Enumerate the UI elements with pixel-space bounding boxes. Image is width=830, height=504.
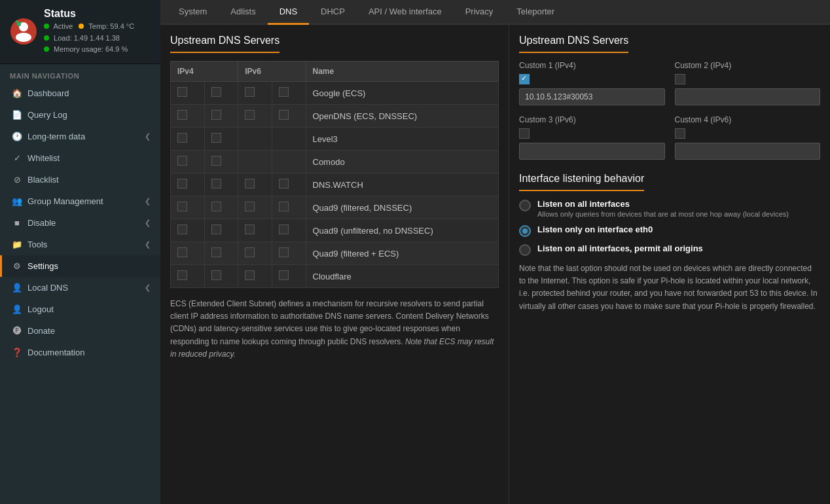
opendns-ipv4-2-checkbox[interactable]: [211, 110, 221, 120]
tab-dhcp[interactable]: DHCP: [309, 0, 357, 25]
sidebar-item-settings[interactable]: ⚙ Settings: [0, 255, 160, 277]
documentation-icon: ❓: [12, 348, 22, 357]
google-ipv6-1-checkbox[interactable]: [245, 87, 255, 97]
sidebar-item-tools[interactable]: 📁 Tools ❮: [0, 234, 160, 255]
google-server-name: Google (ECS): [306, 82, 499, 105]
quad9u-ipv6-1-checkbox[interactable]: [245, 225, 255, 234]
sidebar-item-label: Settings: [27, 261, 58, 271]
comodo-ipv4-2-checkbox[interactable]: [211, 156, 221, 166]
cloudflare-ipv6-1-checkbox[interactable]: [245, 270, 255, 280]
comodo-ipv4-1-checkbox[interactable]: [177, 156, 187, 166]
settings-icon: ⚙: [12, 261, 22, 271]
interface-note: Note that the last option should not be …: [519, 262, 820, 313]
quad9f-ipv4-2-checkbox[interactable]: [211, 202, 221, 211]
quad9u-ipv4-2-checkbox[interactable]: [211, 225, 221, 234]
custom4-checkbox[interactable]: [675, 128, 685, 139]
custom-dns-grid: Custom 1 (IPv4) Custom 2 (IPv4): [519, 61, 820, 160]
opendns-ipv4-1-checkbox[interactable]: [177, 110, 187, 120]
dnswatch-ipv4-1-checkbox[interactable]: [177, 179, 187, 189]
cloudflare-ipv6-2-checkbox[interactable]: [279, 270, 289, 280]
sidebar-item-group-management[interactable]: 👥 Group Management ❮: [0, 190, 160, 212]
tab-dns[interactable]: DNS: [268, 0, 309, 25]
sidebar-item-logout[interactable]: 👤 Logout: [0, 298, 160, 320]
main-content: System Adlists DNS DHCP API / Web interf…: [160, 0, 830, 504]
sidebar-item-query-log[interactable]: 📄 Query Log: [0, 104, 160, 126]
sidebar-item-label: Tools: [27, 240, 47, 249]
opendns-server-name: OpenDNS (ECS, DNSSEC): [306, 105, 499, 128]
opendns-ipv6-1-checkbox[interactable]: [245, 110, 255, 120]
quad9e-ipv4-2-checkbox[interactable]: [211, 247, 221, 257]
right-panel: Upstream DNS Servers Custom 1 (IPv4) Cus…: [509, 25, 830, 504]
sidebar-item-dashboard[interactable]: 🏠 Dashboard: [0, 82, 160, 104]
opendns-ipv6-2-checkbox[interactable]: [279, 110, 289, 120]
custom1-input[interactable]: [519, 88, 665, 105]
ecs-note: ECS (Extended Client Subnet) defines a m…: [170, 298, 499, 361]
dnswatch-ipv4-2-checkbox[interactable]: [211, 179, 221, 189]
disable-icon: ■: [12, 218, 22, 228]
table-row: DNS.WATCH: [171, 173, 499, 196]
radio-permit-all-label: Listen on all interfaces, permit all ori…: [537, 243, 703, 253]
group-icon: 👥: [12, 196, 22, 206]
chevron-right-icon: ❮: [145, 132, 151, 141]
dnswatch-ipv6-1-checkbox[interactable]: [245, 179, 255, 189]
sidebar-item-blacklist[interactable]: ⊘ Blacklist: [0, 169, 160, 190]
sidebar-item-long-term-data[interactable]: 🕐 Long-term data ❮: [0, 126, 160, 147]
level3-ipv4-2-checkbox[interactable]: [211, 133, 221, 143]
custom4-input[interactable]: [675, 143, 821, 160]
tab-teleporter[interactable]: Teleporter: [505, 0, 566, 25]
interface-option-all: Listen on all interfaces Allows only que…: [519, 199, 820, 218]
quad9f-ipv6-1-checkbox[interactable]: [245, 202, 255, 211]
tab-privacy[interactable]: Privacy: [454, 0, 505, 25]
donate-icon: 🅟: [12, 326, 22, 336]
custom3-checkbox[interactable]: [519, 128, 530, 139]
sidebar-status-title: Status: [44, 8, 134, 20]
dnswatch-ipv6-2-checkbox[interactable]: [279, 179, 289, 189]
svg-point-2: [16, 33, 31, 42]
google-ipv4-1-checkbox[interactable]: [177, 87, 187, 97]
quad9e-ipv6-2-checkbox[interactable]: [279, 247, 289, 257]
radio-permit-all[interactable]: [519, 244, 531, 256]
active-dot: [44, 24, 49, 29]
quad9u-ipv6-2-checkbox[interactable]: [279, 225, 289, 234]
sidebar-item-disable[interactable]: ■ Disable ❮: [0, 212, 160, 234]
sidebar-item-label: Group Management: [27, 196, 103, 206]
custom3-input[interactable]: [519, 143, 665, 160]
custom1-checkbox[interactable]: [519, 74, 530, 84]
comodo-server-name: Comodo: [306, 151, 499, 173]
chevron-right-icon: ❮: [145, 283, 151, 292]
quad9f-ipv4-1-checkbox[interactable]: [177, 202, 187, 211]
name-header: Name: [306, 62, 499, 82]
radio-all-interfaces[interactable]: [519, 200, 531, 211]
tab-api[interactable]: API / Web interface: [357, 0, 454, 25]
tab-adlists[interactable]: Adlists: [219, 0, 267, 25]
custom1-label: Custom 1 (IPv4): [519, 61, 665, 70]
cloudflare-ipv4-2-checkbox[interactable]: [211, 270, 221, 280]
custom2-input[interactable]: [675, 88, 821, 105]
sidebar-item-whitelist[interactable]: ✓ Whitelist: [0, 147, 160, 169]
quad9f-ipv6-2-checkbox[interactable]: [279, 202, 289, 211]
sidebar-item-donate[interactable]: 🅟 Donate: [0, 320, 160, 342]
radio-eth0-only[interactable]: [519, 225, 531, 237]
quad9e-ipv4-1-checkbox[interactable]: [177, 247, 187, 257]
tab-system[interactable]: System: [167, 0, 219, 25]
quad9e-ipv6-1-checkbox[interactable]: [245, 247, 255, 257]
cloudflare-ipv4-1-checkbox[interactable]: [177, 270, 187, 280]
status-temp: Temp: 59.4 °C: [88, 22, 134, 30]
logout-icon: 👤: [12, 304, 22, 314]
table-row: Quad9 (filtered, DNSSEC): [171, 196, 499, 219]
quad9u-ipv4-1-checkbox[interactable]: [177, 225, 187, 234]
level3-ipv4-1-checkbox[interactable]: [177, 133, 187, 143]
upstream-dns-title-left: Upstream DNS Servers: [170, 35, 280, 53]
radio-all-interfaces-label: Listen on all interfaces: [537, 199, 789, 209]
sidebar-item-local-dns[interactable]: 👤 Local DNS ❮: [0, 277, 160, 298]
custom-dns-3: Custom 3 (IPv6): [519, 115, 665, 160]
custom2-checkbox[interactable]: [675, 74, 685, 84]
google-ipv4-2-checkbox[interactable]: [211, 87, 221, 97]
radio-eth0-label: Listen only on interface eth0: [537, 225, 653, 234]
sidebar-item-label: Documentation: [27, 348, 84, 357]
dashboard-icon: 🏠: [12, 88, 22, 98]
dnswatch-server-name: DNS.WATCH: [306, 173, 499, 196]
sidebar-header: Status Active Temp: 59.4 °C Load: 1.49 1…: [0, 0, 160, 64]
sidebar-item-documentation[interactable]: ❓ Documentation: [0, 342, 160, 363]
google-ipv6-2-checkbox[interactable]: [279, 87, 289, 97]
